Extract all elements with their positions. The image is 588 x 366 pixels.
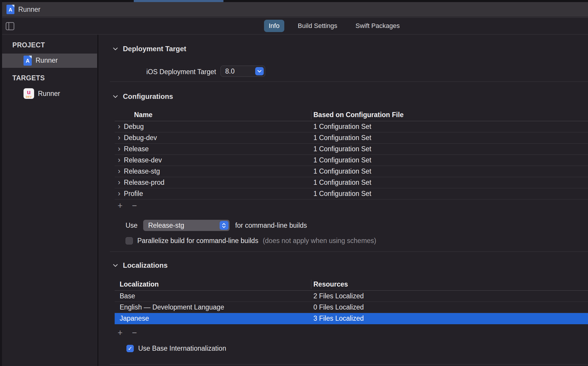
project-file-icon: A <box>6 5 14 14</box>
use-base-internationalization-row: ✓ Use Base Internationalization <box>126 345 226 352</box>
configuration-name-cell: ›Debug-dev <box>115 134 311 142</box>
section-localizations[interactable]: Localizations <box>113 261 168 269</box>
target-app-icon: u DEV <box>24 88 34 99</box>
localization-resources-cell: 3 Files Localized <box>311 315 364 322</box>
configuration-name-cell: ›Release-stg <box>115 167 311 175</box>
column-header-name: Name <box>115 111 311 119</box>
ios-deployment-target-label: iOS Deployment Target <box>99 68 216 76</box>
popup-stepper-button <box>220 221 228 230</box>
disclosure-icon[interactable]: › <box>118 157 120 163</box>
project-section-header: PROJECT <box>12 41 45 49</box>
table-row[interactable]: English — Development Language0 Files Lo… <box>115 302 588 313</box>
disclosure-icon[interactable]: › <box>118 134 120 140</box>
column-divider <box>311 110 311 119</box>
localizations-add-remove: + − <box>118 329 137 337</box>
column-header-based-on: Based on Configuration File <box>311 111 404 119</box>
configuration-name: Debug-dev <box>124 134 157 142</box>
configuration-name: Release-dev <box>124 156 162 164</box>
window-left-edge <box>0 0 2 366</box>
localizations-table: Localization Resources Base2 Files Local… <box>115 278 588 324</box>
localization-name-cell: Japanese <box>115 315 311 322</box>
disclosure-icon[interactable]: › <box>118 190 120 196</box>
table-row[interactable]: ›Debug1 Configuration Set <box>115 121 588 132</box>
disclosure-icon[interactable]: › <box>118 146 120 152</box>
configuration-file-cell: 1 Configuration Set <box>311 123 371 131</box>
window-tab-strip <box>0 0 588 2</box>
use-base-internationalization-label: Use Base Internationalization <box>138 345 226 352</box>
window-title: Runner <box>18 6 40 14</box>
disclosure-icon[interactable]: › <box>118 123 120 129</box>
configuration-file-cell: 1 Configuration Set <box>311 167 371 175</box>
localization-resources-cell: 0 Files Localized <box>311 303 364 311</box>
combobox-value: 8.0 <box>225 67 235 75</box>
configuration-name: Profile <box>124 190 143 198</box>
configuration-name-cell: ›Release-dev <box>115 156 311 164</box>
table-row[interactable]: ›Release-dev1 Configuration Set <box>115 155 588 166</box>
localization-name-cell: Base <box>115 292 311 300</box>
table-row[interactable]: ›Profile1 Configuration Set <box>115 188 588 199</box>
check-icon: ✓ <box>128 345 133 352</box>
popup-value: Release-stg <box>148 222 184 229</box>
section-configurations[interactable]: Configurations <box>113 92 173 101</box>
section-title: Configurations <box>123 92 173 101</box>
chevron-down-icon <box>113 47 118 51</box>
tab-build-settings[interactable]: Build Settings <box>293 20 342 32</box>
section-title: Deployment Target <box>123 45 186 53</box>
sidebar-item-project-runner[interactable]: A Runner <box>0 54 97 68</box>
table-row[interactable]: Japanese3 Files Localized <box>115 313 588 324</box>
command-line-configuration-popup[interactable]: Release-stg <box>143 220 230 231</box>
project-item-label: Runner <box>36 56 58 64</box>
table-row[interactable]: ›Debug-dev1 Configuration Set <box>115 132 588 144</box>
command-line-builds-row: Use Release-stg for command-line builds <box>126 220 307 231</box>
chevron-down-icon <box>113 95 118 98</box>
section-deployment-target[interactable]: Deployment Target <box>113 45 186 53</box>
tab-bar: InfoBuild SettingsSwift Packages <box>264 18 405 34</box>
remove-localization-button[interactable]: − <box>132 329 137 337</box>
parallelize-build-checkbox[interactable] <box>126 237 133 244</box>
use-base-internationalization-checkbox[interactable]: ✓ <box>126 345 134 352</box>
table-row[interactable]: ›Release-prod1 Configuration Set <box>115 177 588 188</box>
tab-info[interactable]: Info <box>264 20 284 32</box>
table-row[interactable]: ›Release-stg1 Configuration Set <box>115 166 588 177</box>
section-divider <box>110 364 588 365</box>
parallelize-build-label: Parallelize build for command-line build… <box>137 237 258 245</box>
add-configuration-button[interactable]: + <box>118 202 123 209</box>
configuration-file-cell: 1 Configuration Set <box>311 134 371 142</box>
project-file-icon: A <box>24 56 32 66</box>
remove-configuration-button[interactable]: − <box>132 202 137 209</box>
target-item-label: Runner <box>38 90 60 98</box>
add-localization-button[interactable]: + <box>118 329 123 337</box>
disclosure-icon[interactable]: › <box>118 179 120 185</box>
configurations-table-header: Name Based on Configuration File <box>115 109 588 121</box>
ios-deployment-target-combobox[interactable]: 8.0 <box>220 66 265 77</box>
editor-toolbar: InfoBuild SettingsSwift Packages <box>0 17 588 34</box>
disclosure-icon[interactable]: › <box>118 168 120 174</box>
section-divider <box>110 81 588 82</box>
table-row[interactable]: ›Release1 Configuration Set <box>115 144 588 155</box>
configuration-name-cell: ›Debug <box>115 123 311 131</box>
active-window-tab-accent <box>134 0 223 2</box>
table-row[interactable]: Base2 Files Localized <box>115 291 588 302</box>
tab-swift-packages[interactable]: Swift Packages <box>351 20 404 32</box>
configuration-name-cell: ›Profile <box>115 190 311 198</box>
column-divider <box>311 280 311 289</box>
sidebar-toggle-icon[interactable] <box>6 22 14 30</box>
use-label: Use <box>126 222 138 229</box>
chevron-up-down-icon <box>222 223 226 228</box>
configurations-table-body: ›Debug1 Configuration Set›Debug-dev1 Con… <box>115 121 588 199</box>
configuration-name: Release-prod <box>124 179 164 187</box>
configuration-file-cell: 1 Configuration Set <box>311 179 371 187</box>
parallelize-build-note: (does not apply when using schemes) <box>263 237 376 245</box>
localization-resources-cell: 2 Files Localized <box>311 292 364 300</box>
project-file-icon-letter: A <box>6 5 14 14</box>
project-info-pane: Deployment Target iOS Deployment Target … <box>99 35 588 366</box>
configuration-name: Release <box>124 145 148 153</box>
combobox-button[interactable] <box>255 67 264 75</box>
configuration-file-cell: 1 Configuration Set <box>311 156 371 164</box>
parallelize-build-row: Parallelize build for command-line build… <box>126 237 376 245</box>
sidebar-item-target-runner[interactable]: u DEV Runner <box>0 86 97 101</box>
configuration-name: Release-stg <box>124 167 160 175</box>
localizations-table-header: Localization Resources <box>115 278 588 291</box>
configurations-add-remove: + − <box>118 202 137 209</box>
chevron-down-icon <box>113 264 118 267</box>
